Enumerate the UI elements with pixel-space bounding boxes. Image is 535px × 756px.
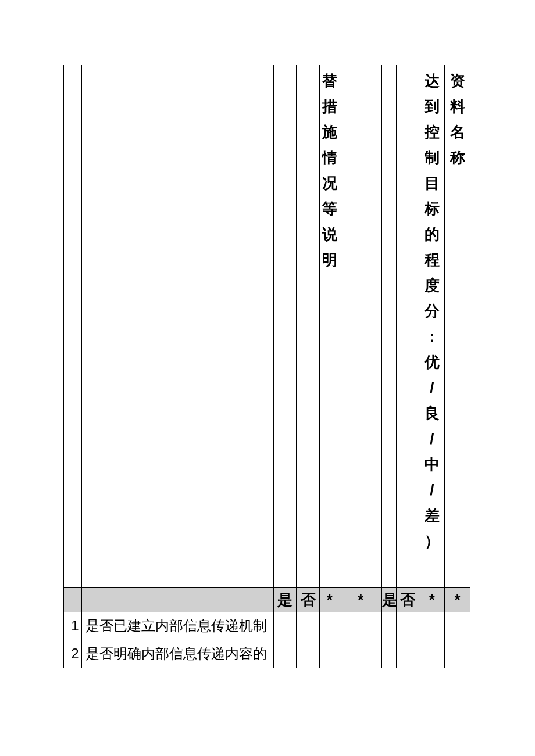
header-cell-blank-6	[340, 65, 381, 587]
cell-blank	[445, 640, 470, 668]
sub-blank-2	[81, 587, 273, 612]
cell-blank	[340, 640, 381, 668]
header-cell-vertical-b: 达到控制目标的程度分：优/良/中/差）	[419, 65, 445, 587]
header-cell-blank-4	[297, 65, 319, 587]
cell-blank	[340, 612, 381, 640]
row-text: 是否已建立内部信息传递机制	[81, 612, 273, 640]
cell-blank	[319, 640, 340, 668]
sub-star-4: *	[445, 587, 470, 612]
cell-blank	[297, 640, 319, 668]
table-row: 2 是否明确内部信息传递内容的	[64, 640, 470, 668]
cell-blank	[319, 612, 340, 640]
cell-blank	[381, 612, 396, 640]
subheader-row: 是 否 * * 是 否 * *	[64, 587, 470, 612]
header-row: 替措施情况等说明 达到控制目标的程度分：优/良/中/差） 资料名称	[64, 65, 470, 587]
header-cell-blank-8	[397, 65, 419, 587]
cell-blank	[397, 612, 419, 640]
table-container: 替措施情况等说明 达到控制目标的程度分：优/良/中/差） 资料名称 是 否 * …	[63, 65, 470, 668]
header-cell-blank-1	[64, 65, 82, 587]
cell-blank	[381, 640, 396, 668]
header-cell-vertical-c: 资料名称	[445, 65, 470, 587]
sub-star-1: *	[319, 587, 340, 612]
cell-blank	[419, 612, 445, 640]
header-cell-vertical-a: 替措施情况等说明	[319, 65, 340, 587]
row-text: 是否明确内部信息传递内容的	[81, 640, 273, 668]
header-cell-blank-2	[81, 65, 273, 587]
cell-blank	[445, 612, 470, 640]
sub-yes-2: 是	[381, 587, 396, 612]
header-cell-blank-3	[273, 65, 296, 587]
table-row: 1 是否已建立内部信息传递机制	[64, 612, 470, 640]
cell-blank	[273, 640, 296, 668]
cell-blank	[273, 612, 296, 640]
sub-blank-1	[64, 587, 82, 612]
row-number: 2	[64, 640, 82, 668]
sub-star-3: *	[419, 587, 445, 612]
cell-blank	[419, 640, 445, 668]
row-number: 1	[64, 612, 82, 640]
cell-blank	[397, 640, 419, 668]
sub-yes-1: 是	[273, 587, 296, 612]
header-cell-blank-7	[381, 65, 396, 587]
sub-star-2: *	[340, 587, 381, 612]
main-table: 替措施情况等说明 达到控制目标的程度分：优/良/中/差） 资料名称 是 否 * …	[63, 65, 470, 668]
sub-no-2: 否	[397, 587, 419, 612]
cell-blank	[297, 612, 319, 640]
sub-no-1: 否	[297, 587, 319, 612]
